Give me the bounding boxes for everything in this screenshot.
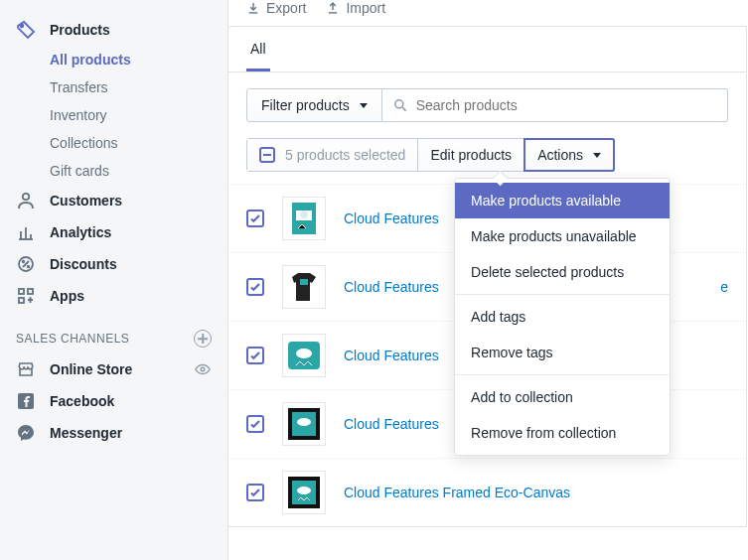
row-checkbox[interactable] xyxy=(246,210,264,227)
table-row: Cloud Features Framed Eco-Canvas xyxy=(228,458,746,526)
nav-products-subitems: All products Transfers Inventory Collect… xyxy=(0,46,227,185)
subnav-transfers[interactable]: Transfers xyxy=(50,73,227,101)
subnav-gift-cards[interactable]: Gift cards xyxy=(50,157,227,185)
import-label: Import xyxy=(346,0,385,16)
channel-online-store[interactable]: Online Store xyxy=(0,353,227,385)
svg-rect-5 xyxy=(19,289,24,294)
product-name-link[interactable]: Cloud Features Framed Eco-Canvas xyxy=(344,485,570,500)
selection-count[interactable]: 5 products selected xyxy=(247,139,418,171)
actions-dropdown: Make products available Make products un… xyxy=(454,178,671,456)
svg-point-0 xyxy=(21,25,24,28)
product-thumbnail xyxy=(282,402,326,446)
subnav-inventory[interactable]: Inventory xyxy=(50,101,227,129)
export-icon xyxy=(246,1,260,15)
svg-point-16 xyxy=(296,349,312,358)
export-button[interactable]: Export xyxy=(246,0,306,16)
channel-facebook-label: Facebook xyxy=(50,393,212,409)
action-make-available[interactable]: Make products available xyxy=(455,183,670,218)
person-icon xyxy=(16,191,36,210)
nav-products-label: Products xyxy=(50,22,110,38)
product-name-link[interactable]: Cloud Features xyxy=(344,416,439,432)
search-icon xyxy=(392,97,408,113)
product-name-link[interactable]: Cloud Features xyxy=(344,279,439,295)
row-checkbox[interactable] xyxy=(246,278,264,296)
store-icon xyxy=(16,359,36,379)
indeterminate-checkbox[interactable] xyxy=(259,147,275,163)
sales-channels-label: SALES CHANNELS xyxy=(16,332,129,346)
channel-messenger[interactable]: Messenger xyxy=(0,417,227,449)
nav-analytics-label: Analytics xyxy=(50,224,111,240)
action-add-to-collection[interactable]: Add to collection xyxy=(455,379,670,415)
sales-channels-heading: SALES CHANNELS xyxy=(0,312,227,353)
row-checkbox[interactable] xyxy=(246,347,264,364)
nav-discounts-label: Discounts xyxy=(50,256,117,272)
bulk-actions-row: 5 products selected Edit products Action… xyxy=(228,138,746,184)
subnav-collections[interactable]: Collections xyxy=(50,129,227,157)
product-thumbnail xyxy=(282,265,326,309)
tabs: All xyxy=(228,27,746,72)
facebook-icon xyxy=(16,391,36,411)
product-thumbnail xyxy=(282,471,326,514)
row-checkbox[interactable] xyxy=(246,484,264,501)
channel-online-store-label: Online Store xyxy=(50,361,180,377)
product-thumbnail xyxy=(282,197,326,240)
svg-rect-7 xyxy=(19,298,24,303)
search-input[interactable] xyxy=(408,89,717,121)
svg-rect-6 xyxy=(28,289,33,294)
sidebar: Products All products Transfers Inventor… xyxy=(0,0,228,560)
nav-customers[interactable]: Customers xyxy=(0,185,227,216)
messenger-icon xyxy=(16,423,36,443)
action-delete-products[interactable]: Delete selected products xyxy=(455,254,670,290)
svg-point-4 xyxy=(28,266,30,268)
filter-products-button[interactable]: Filter products xyxy=(246,88,382,122)
caret-down-icon xyxy=(360,103,368,108)
nav-customers-label: Customers xyxy=(50,193,122,209)
eye-icon[interactable] xyxy=(194,360,212,378)
tab-all[interactable]: All xyxy=(246,27,270,71)
export-label: Export xyxy=(266,0,306,16)
svg-point-3 xyxy=(23,261,25,263)
nav-apps[interactable]: Apps xyxy=(0,280,227,312)
nav-apps-label: Apps xyxy=(50,288,84,304)
nav-analytics[interactable]: Analytics xyxy=(0,216,227,248)
products-card: All Filter products 5 products selected xyxy=(228,26,747,527)
product-name-link[interactable]: Cloud Features xyxy=(344,210,439,226)
channel-messenger-label: Messenger xyxy=(50,425,212,441)
apps-icon xyxy=(16,286,36,306)
product-thumbnail xyxy=(282,334,326,377)
row-checkbox[interactable] xyxy=(246,415,264,433)
nav-products[interactable]: Products xyxy=(0,14,227,46)
channel-facebook[interactable]: Facebook xyxy=(0,385,227,417)
add-channel-button[interactable] xyxy=(194,330,212,348)
main-content: Export Import All Filter products xyxy=(228,0,748,560)
caret-down-icon xyxy=(593,153,601,158)
svg-rect-14 xyxy=(300,279,308,285)
nav-discounts[interactable]: Discounts xyxy=(0,248,227,280)
import-button[interactable]: Import xyxy=(326,0,385,16)
svg-point-10 xyxy=(395,100,403,108)
edit-products-label: Edit products xyxy=(430,147,512,163)
actions-label: Actions xyxy=(537,147,583,163)
svg-point-13 xyxy=(300,210,308,218)
page-actions: Export Import xyxy=(228,0,748,26)
import-icon xyxy=(326,1,340,15)
search-field[interactable] xyxy=(382,88,728,122)
tag-icon xyxy=(16,20,36,40)
filter-row: Filter products xyxy=(228,72,746,138)
svg-point-8 xyxy=(201,367,205,371)
discount-icon xyxy=(16,254,36,274)
action-make-unavailable[interactable]: Make products unavailable xyxy=(455,218,670,254)
filter-products-label: Filter products xyxy=(261,97,350,113)
svg-point-19 xyxy=(297,418,311,426)
dropdown-separator xyxy=(455,294,670,295)
actions-button[interactable]: Actions Make products available Make pro… xyxy=(524,138,615,172)
product-name-link[interactable]: Cloud Features xyxy=(344,348,439,363)
action-remove-from-collection[interactable]: Remove from collection xyxy=(455,415,670,451)
svg-point-22 xyxy=(297,487,311,494)
bulk-segment-group: 5 products selected Edit products Action… xyxy=(246,138,615,172)
subnav-all-products[interactable]: All products xyxy=(50,46,227,73)
action-add-tags[interactable]: Add tags xyxy=(455,299,670,335)
edit-products-button[interactable]: Edit products xyxy=(418,139,524,171)
product-name-fragment: e xyxy=(720,279,728,295)
action-remove-tags[interactable]: Remove tags xyxy=(455,335,670,370)
